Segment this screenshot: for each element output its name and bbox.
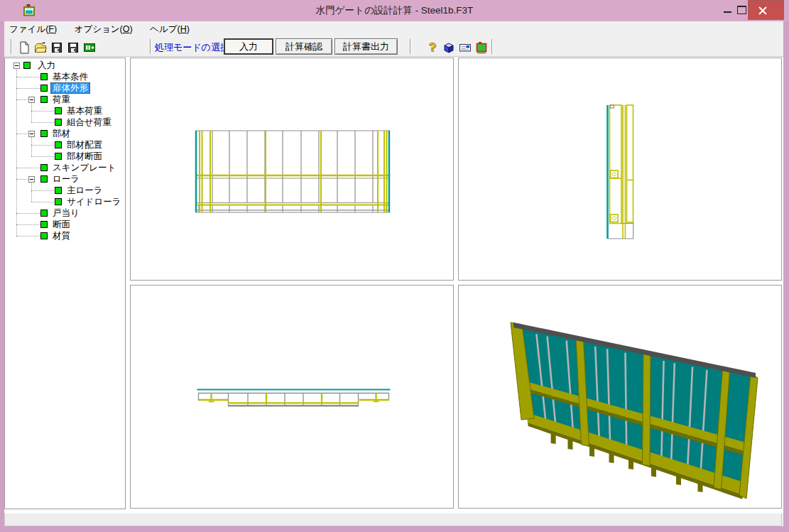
mode-button-report-output[interactable]: 計算書出力 (334, 38, 398, 55)
menu-file[interactable]: ファイル(F) (5, 21, 61, 36)
workspace: 入力 基本条件 扉体外形 荷重 基本荷重 組合せ荷重 部材 部材配置 部材断面 … (4, 57, 783, 513)
window-title: 水門ゲートの設計計算 - Steel1b.F3T (0, 0, 789, 21)
sidebar-item-basic-conditions[interactable]: 基本条件 (50, 71, 90, 82)
sidebar-item-member-layout[interactable]: 部材配置 (65, 139, 104, 151)
plan-view-drawing (131, 286, 453, 508)
sidebar-item-material[interactable]: 材質 (50, 230, 72, 241)
tree-expander[interactable] (13, 63, 20, 69)
report-icon[interactable] (457, 39, 473, 55)
viewport-side-section[interactable] (458, 58, 782, 281)
tree-node-icon (55, 187, 62, 194)
sidebar-item-basic-load[interactable]: 基本荷重 (65, 105, 104, 116)
help-icon[interactable]: ?? (425, 39, 440, 55)
tree-node-icon (40, 164, 48, 171)
tree-node-icon (40, 73, 48, 80)
mode-select-label: 処理モードの選択 (155, 37, 229, 56)
tree-node-icon (55, 141, 62, 148)
tree-node-icon (55, 153, 62, 160)
side-section-drawing (459, 58, 781, 280)
tree-node-icon (55, 198, 62, 205)
sidebar-item-gate-stop[interactable]: 戸当り (50, 207, 82, 219)
toolbar-separator (410, 39, 411, 54)
title-bar: 水門ゲートの設計計算 - Steel1b.F3T (0, 0, 789, 21)
tree-node-icon (55, 107, 62, 114)
sidebar-item-main-roller[interactable]: 主ローラ (65, 185, 105, 196)
tree-expander[interactable] (28, 176, 35, 183)
tree-node-icon (23, 62, 31, 69)
sidebar-item-side-roller[interactable]: サイドローラ (65, 196, 123, 207)
tree-node-icon (40, 96, 48, 103)
menu-help[interactable]: ヘルプ(H) (146, 21, 194, 36)
viewport-3d-perspective[interactable] (458, 285, 782, 509)
open-file-icon[interactable] (33, 39, 48, 55)
tree-node-icon (40, 85, 48, 92)
viewport-front-elevation[interactable] (130, 58, 454, 281)
mode-button-input[interactable]: 入力 (224, 38, 273, 55)
save-as-icon[interactable] (65, 39, 81, 55)
tree-node-icon (40, 232, 48, 239)
close-button[interactable] (748, 0, 784, 20)
front-elevation-drawing (131, 58, 453, 280)
tree-node-icon (55, 119, 62, 126)
menu-options[interactable]: オプション(O) (70, 21, 137, 36)
3d-model-icon[interactable] (441, 39, 457, 55)
sidebar-item-input[interactable]: 入力 (36, 60, 58, 71)
sidebar-item-skin-plate[interactable]: スキンプレート (50, 162, 118, 173)
tree-node-icon (40, 130, 48, 137)
status-bar (4, 513, 782, 526)
data-register-icon[interactable] (82, 39, 97, 55)
sidebar-item-combined-load[interactable]: 組合せ荷重 (65, 116, 114, 128)
screen-icon[interactable] (474, 39, 489, 55)
svg-text:?: ? (429, 40, 436, 54)
sidebar-item-gate-body-shape[interactable]: 扉体外形 (50, 82, 90, 94)
3d-perspective-view (459, 286, 781, 508)
navigation-tree: 入力 基本条件 扉体外形 荷重 基本荷重 組合せ荷重 部材 部材配置 部材断面 … (4, 58, 126, 509)
client-area: ファイル(F) オプション(O) ヘルプ(H) 処理モードの選択 (4, 21, 783, 526)
sidebar-item-roller[interactable]: ローラ (50, 173, 82, 185)
save-icon[interactable] (49, 39, 65, 55)
new-document-icon[interactable] (16, 39, 32, 55)
tree-node-icon (40, 175, 48, 183)
toolbar-separator (491, 39, 493, 54)
sidebar-item-section[interactable]: 断面 (50, 219, 72, 230)
viewport-plan-view[interactable] (130, 285, 454, 509)
menu-bar: ファイル(F) オプション(O) ヘルプ(H) (4, 21, 783, 37)
tree-expander[interactable] (28, 131, 35, 137)
sidebar-item-member-section[interactable]: 部材断面 (65, 151, 104, 162)
tree-expander[interactable] (28, 97, 35, 103)
tree-node-icon (40, 221, 48, 228)
sidebar-item-member[interactable]: 部材 (50, 128, 72, 139)
tree-node-icon (40, 210, 48, 217)
sidebar-item-load[interactable]: 荷重 (50, 94, 72, 105)
mode-button-calc-check[interactable]: 計算確認 (276, 38, 332, 55)
toolbar-gripper (11, 39, 12, 54)
toolbar: 処理モードの選択 入力 計算確認 計算書出力 ?? (4, 37, 783, 57)
toolbar-separator (150, 39, 151, 54)
application-window: 水門ゲートの設計計算 - Steel1b.F3T ファイル(F) オプション(O… (0, 0, 789, 532)
